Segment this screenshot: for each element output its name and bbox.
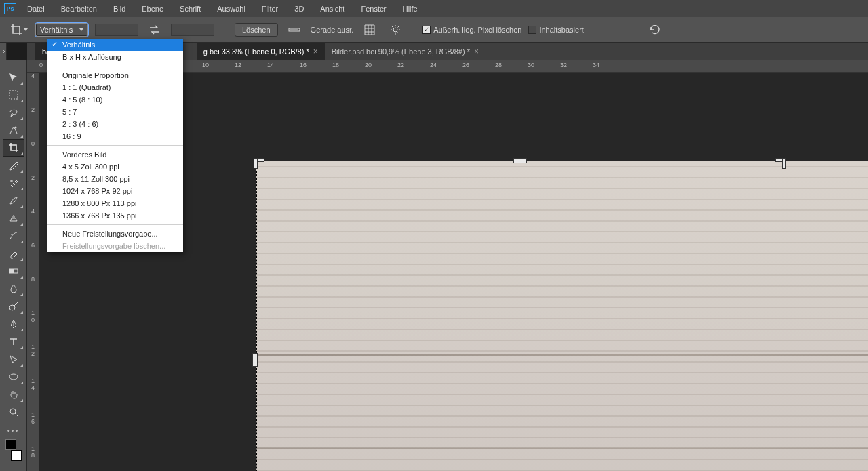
ruler-tick: 16 xyxy=(300,62,307,68)
ratio-preset-option[interactable]: Verhältnis xyxy=(47,39,183,51)
dodge-tool[interactable] xyxy=(3,298,24,315)
content-aware-label: Inhaltsbasiert xyxy=(539,26,583,34)
svg-point-7 xyxy=(9,374,18,380)
document-tab-2[interactable]: Bilder.psd bei 90,9% (Ebene 3, RGB/8#) *… xyxy=(325,43,486,60)
delete-cropped-pixels-checkbox[interactable]: ✓ Außerh. lieg. Pixel löschen xyxy=(422,26,521,34)
document-tab-1b[interactable]: g bei 33,3% (Ebene 0, RGB/8) * × xyxy=(197,43,325,60)
background-color-swatch[interactable] xyxy=(11,450,22,461)
foreground-background-swatch[interactable] xyxy=(3,439,24,462)
history-brush-tool[interactable] xyxy=(3,227,24,245)
healing-brush-tool[interactable] xyxy=(3,174,24,192)
tool-palette: ••• xyxy=(0,60,27,471)
crop-width-input[interactable] xyxy=(95,24,138,36)
ruler-tick: 30 xyxy=(528,62,534,68)
svg-rect-2 xyxy=(9,91,18,99)
ratio-preset-select[interactable]: Verhältnis xyxy=(35,23,88,37)
menu-bearbeiten[interactable]: Bearbeiten xyxy=(56,2,102,16)
crop-tool[interactable] xyxy=(3,139,24,157)
blur-tool[interactable] xyxy=(3,280,24,298)
crop-options-gear-icon[interactable] xyxy=(386,21,405,39)
swap-dimensions-icon[interactable] xyxy=(145,21,164,39)
close-icon[interactable]: × xyxy=(474,47,479,56)
ruler-tick: 10 xyxy=(202,62,209,68)
ratio-preset-dropdown: VerhältnisB x H x AuflösungOriginale Pro… xyxy=(47,39,183,252)
ruler-tick: 32 xyxy=(560,62,567,68)
eraser-tool[interactable] xyxy=(3,245,24,262)
quick-selection-tool[interactable] xyxy=(3,121,24,139)
foreground-color-swatch[interactable] xyxy=(5,439,16,450)
ruler-tick: 8 xyxy=(27,276,39,283)
ratio-preset-option[interactable]: Neue Freistellungsvorgabe... xyxy=(47,228,183,240)
overlay-grid-icon[interactable] xyxy=(360,21,379,39)
menu-bild[interactable]: Bild xyxy=(108,2,131,16)
shape-tool[interactable] xyxy=(3,368,24,386)
content-aware-checkbox[interactable]: Inhaltsbasiert xyxy=(528,26,583,34)
ratio-preset-option[interactable]: 1024 x 768 Px 92 ppi xyxy=(47,185,183,197)
ratio-preset-option[interactable]: Vorderes Bild xyxy=(47,148,183,161)
ruler-tick: 4 xyxy=(27,208,39,215)
menu-3d[interactable]: 3D xyxy=(289,2,309,16)
ruler-tick: 26 xyxy=(462,62,469,68)
zoom-tool[interactable] xyxy=(3,403,24,421)
menu-ebene[interactable]: Ebene xyxy=(136,2,169,16)
move-tool[interactable] xyxy=(3,68,24,86)
ruler-tick: 24 xyxy=(430,62,437,68)
straighten-label[interactable]: Gerade ausr. xyxy=(311,26,354,34)
marquee-tool[interactable] xyxy=(3,86,24,104)
ratio-preset-option[interactable]: Originale Proportion xyxy=(47,69,183,81)
ratio-preset-option[interactable]: 1366 x 768 Px 135 ppi xyxy=(47,209,183,222)
ruler-vertical[interactable]: 42024681 01 21 41 61 8 xyxy=(27,60,39,471)
ratio-preset-option[interactable]: 5 : 7 xyxy=(47,106,183,118)
palette-grip-icon[interactable] xyxy=(0,63,26,68)
menu-ansicht[interactable]: Ansicht xyxy=(315,2,350,16)
dropdown-separator xyxy=(47,145,183,146)
ruler-tick: 1 2 xyxy=(27,344,39,357)
clone-stamp-tool[interactable] xyxy=(3,209,24,227)
collapsed-strip[interactable] xyxy=(0,43,7,60)
reset-crop-icon[interactable] xyxy=(646,21,665,39)
ruler-tick: 22 xyxy=(397,62,404,68)
ruler-tick: 0 xyxy=(39,62,43,68)
ruler-tick: 1 8 xyxy=(27,445,39,459)
ruler-tick: 12 xyxy=(235,62,241,68)
menu-filter[interactable]: Filter xyxy=(256,2,283,16)
ratio-preset-option[interactable]: 8,5 x 11 Zoll 300 ppi xyxy=(47,173,183,185)
path-selection-tool[interactable] xyxy=(3,350,24,368)
ratio-preset-label: Verhältnis xyxy=(40,26,73,34)
ratio-preset-option[interactable]: 16 : 9 xyxy=(47,130,183,142)
type-tool[interactable] xyxy=(3,333,24,350)
ruler-tick: 20 xyxy=(365,62,372,68)
straighten-icon[interactable] xyxy=(285,21,304,39)
hand-tool[interactable] xyxy=(3,386,24,403)
pen-tool[interactable] xyxy=(3,315,24,333)
tab-label: g bei 33,3% (Ebene 0, RGB/8) * xyxy=(203,47,309,56)
menu-schrift[interactable]: Schrift xyxy=(174,2,206,16)
ratio-preset-option[interactable]: B x H x Auflösung xyxy=(47,51,183,63)
ruler-tick: 0 xyxy=(27,140,39,147)
menu-datei[interactable]: Datei xyxy=(22,2,50,16)
clear-button[interactable]: Löschen xyxy=(235,23,278,37)
ratio-preset-option: Freistellungsvorgabe löschen... xyxy=(47,240,183,252)
ruler-tick: 14 xyxy=(267,62,274,68)
gradient-tool[interactable] xyxy=(3,262,24,280)
lasso-tool[interactable] xyxy=(3,104,24,121)
ratio-preset-option[interactable]: 1 : 1 (Quadrat) xyxy=(47,81,183,94)
svg-rect-5 xyxy=(9,269,14,273)
ratio-preset-option[interactable]: 4 x 5 Zoll 300 ppi xyxy=(47,161,183,173)
ruler-tick: 1 6 xyxy=(27,411,39,425)
eyedropper-tool[interactable] xyxy=(3,157,24,174)
close-icon[interactable]: × xyxy=(313,47,318,56)
menu-auswahl[interactable]: Auswahl xyxy=(212,2,251,16)
ratio-preset-option[interactable]: 2 : 3 (4 : 6) xyxy=(47,118,183,130)
crop-tool-indicator-icon[interactable] xyxy=(9,21,28,39)
delete-pixels-label: Außerh. lieg. Pixel löschen xyxy=(433,26,521,34)
ruler-origin[interactable] xyxy=(27,60,39,73)
ratio-preset-option[interactable]: 4 : 5 (8 : 10) xyxy=(47,94,183,106)
brush-tool[interactable] xyxy=(3,192,24,209)
crop-height-input[interactable] xyxy=(171,24,214,36)
ratio-preset-option[interactable]: 1280 x 800 Px 113 ppi xyxy=(47,197,183,209)
menu-fenster[interactable]: Fenster xyxy=(355,2,391,16)
menu-hilfe[interactable]: Hilfe xyxy=(397,2,423,16)
document-image[interactable] xyxy=(256,161,868,471)
edit-toolbar[interactable]: ••• xyxy=(3,426,24,435)
